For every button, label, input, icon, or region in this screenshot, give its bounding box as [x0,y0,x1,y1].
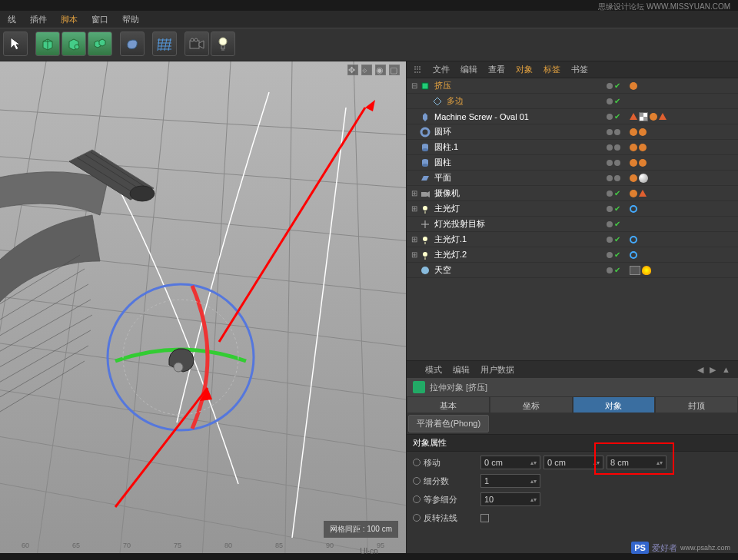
object-tags[interactable] [630,190,647,197]
vp-icon-max[interactable]: ▢ [389,65,400,75]
object-tags[interactable] [630,266,651,275]
radio-icon[interactable] [413,459,421,466]
object-name[interactable]: 平面 [434,172,735,184]
panel-grip-icon[interactable] [414,66,422,74]
menu-item-line[interactable]: 线 [8,14,16,25]
object-tree[interactable]: ⊟挤压✔多边✔Machine Screw - Oval 01✔圆环圆柱.1圆柱平… [407,78,738,360]
object-row[interactable]: 圆柱 [407,155,738,171]
radio-icon[interactable] [413,514,421,522]
nav-up-icon[interactable]: ▲ [722,365,730,375]
object-tags[interactable] [630,82,637,90]
menu-item-help[interactable]: 帮助 [122,14,139,25]
object-row[interactable]: ⊞摄像机✔ [407,186,738,201]
visibility-flags[interactable]: ✔ [607,250,620,259]
subdiv-input[interactable]: 1▴▾ [480,474,540,488]
object-name[interactable]: 主光灯.1 [434,234,735,245]
expander-icon[interactable]: ⊟ [410,81,419,90]
nav-next-icon[interactable]: ▶ [710,365,716,375]
nav-prev-icon[interactable]: ◀ [697,365,703,375]
om-tab-edit[interactable]: 编辑 [460,64,477,75]
visibility-flags[interactable]: ✔ [607,204,620,213]
object-tags[interactable] [630,205,637,213]
object-tags[interactable] [630,144,647,151]
om-tab-tags[interactable]: 标签 [544,64,560,75]
object-row[interactable]: 平面 [407,171,738,186]
attr-tab-coord[interactable]: 坐标 [490,396,573,413]
object-name[interactable]: 摄像机 [434,187,735,199]
object-row[interactable]: 天空✔ [407,263,738,278]
tool-camera[interactable] [184,31,209,56]
visibility-flags[interactable]: ✔ [607,97,620,105]
object-row[interactable]: 圆环 [407,124,738,140]
attr-tab-mode[interactable]: 模式 [425,364,442,376]
tool-grid[interactable] [152,31,177,56]
tool-cubes-green[interactable] [88,31,112,56]
object-name[interactable]: 主光灯.2 [434,249,735,260]
om-tab-view[interactable]: 查看 [488,64,505,75]
object-name[interactable]: Machine Screw - Oval 01 [434,112,735,121]
expander-icon[interactable]: ⊞ [410,204,419,213]
object-row[interactable]: 圆柱.1 [407,140,738,155]
attr-tab-cap[interactable]: 封顶 [655,396,738,413]
object-name[interactable]: 圆柱 [434,157,735,168]
object-row[interactable]: 灯光投射目标✔ [407,217,738,232]
radio-icon[interactable] [413,477,421,485]
object-tags[interactable] [630,159,647,167]
object-tags[interactable] [630,128,647,136]
vp-icon-pan[interactable]: ✥ [347,65,358,75]
tool-cube-green2[interactable] [62,31,86,56]
object-name[interactable]: 天空 [434,264,735,276]
menu-item-script[interactable]: 脚本 [61,14,78,25]
visibility-flags[interactable]: ✔ [607,189,620,197]
tool-cube-green1[interactable] [35,31,60,56]
visibility-flags[interactable] [607,175,620,181]
object-row[interactable]: Machine Screw - Oval 01✔ [407,109,738,124]
move-x-input[interactable]: 0 cm▴▾ [480,456,540,469]
attr-tab-userdata[interactable]: 用户数据 [480,364,514,376]
visibility-flags[interactable] [607,160,620,166]
object-name[interactable]: 主光灯 [434,203,735,214]
vp-icon-rotate[interactable]: ◉ [375,65,386,75]
visibility-flags[interactable]: ✔ [607,266,620,274]
attr-tab-object[interactable]: 对象 [573,396,656,413]
object-row[interactable]: ⊞主光灯.1✔ [407,232,738,247]
attr-tab-phong[interactable]: 平滑着色(Phong) [408,415,489,432]
visibility-flags[interactable]: ✔ [607,112,620,121]
visibility-flags[interactable] [607,129,620,135]
object-name[interactable]: 灯光投射目标 [434,218,735,230]
vp-icon-zoom[interactable]: ⟐ [361,65,372,75]
flip-checkbox[interactable] [480,514,489,522]
menu-item-plugin[interactable]: 插件 [30,14,47,25]
expander-icon[interactable]: ⊞ [410,250,419,259]
viewport[interactable]: ✥ ⟐ ◉ ▢ 网格间距 : 100 cm 60 65 70 75 80 85 … [0,61,406,553]
object-name[interactable]: 挤压 [434,80,735,91]
om-tab-object[interactable]: 对象 [516,64,533,75]
object-tags[interactable] [630,174,648,183]
attr-tab-basic[interactable]: 基本 [407,396,490,413]
object-row[interactable]: ⊞主光灯✔ [407,201,738,217]
object-tags[interactable] [630,112,667,121]
object-tags[interactable] [630,236,637,244]
visibility-flags[interactable]: ✔ [607,235,620,244]
tool-light[interactable] [211,31,235,56]
expander-icon[interactable]: ⊞ [410,235,419,244]
object-row[interactable]: 多边✔ [407,94,738,109]
radio-icon[interactable] [413,495,421,503]
expander-icon[interactable]: ⊞ [410,189,419,197]
object-name[interactable]: 圆环 [434,126,735,138]
attr-tab-edit[interactable]: 编辑 [453,364,470,376]
tool-arrow[interactable] [3,31,28,56]
om-tab-file[interactable]: 文件 [433,64,450,75]
menu-item-window[interactable]: 窗口 [91,14,108,25]
object-row[interactable]: ⊟挤压✔ [407,78,738,94]
visibility-flags[interactable]: ✔ [607,81,620,90]
object-name[interactable]: 多边 [447,95,735,107]
object-tags[interactable] [630,251,637,259]
object-row[interactable]: ⊞主光灯.2✔ [407,247,738,263]
iso-input[interactable]: 10▴▾ [480,492,540,506]
om-tab-bookmarks[interactable]: 书签 [571,64,588,75]
tool-bean[interactable] [120,31,145,56]
object-name[interactable]: 圆柱.1 [434,141,735,153]
visibility-flags[interactable] [607,144,620,151]
visibility-flags[interactable]: ✔ [607,220,620,228]
